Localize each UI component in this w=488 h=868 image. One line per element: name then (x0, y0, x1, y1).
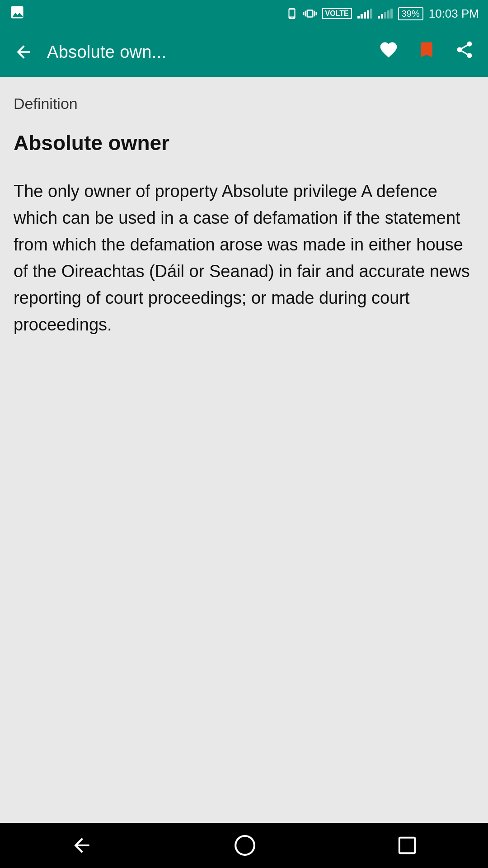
volte-badge: VOLTE (322, 8, 352, 19)
vibrate-icon (303, 7, 317, 20)
bottom-nav (0, 823, 488, 868)
section-label: Definition (14, 95, 474, 113)
term-title: Absolute owner (14, 131, 474, 156)
nav-home-button[interactable] (234, 834, 256, 857)
status-bar: VOLTE 39% 10:03 PM (0, 0, 488, 27)
toolbar-actions (379, 40, 474, 64)
nav-recents-button[interactable] (397, 835, 418, 856)
status-time: 10:03 PM (429, 7, 479, 21)
battery-indicator: 39% (398, 7, 423, 20)
toolbar-title: Absolute own... (47, 42, 365, 62)
signal-bars-2 (378, 9, 393, 19)
back-button[interactable] (14, 42, 33, 62)
bookmark-button[interactable] (417, 40, 436, 64)
svg-rect-1 (399, 838, 415, 854)
definition-text: The only owner of property Absolute priv… (14, 178, 474, 338)
status-bar-left (9, 4, 25, 24)
phone-icon (286, 8, 298, 19)
battery-percent: 39% (402, 9, 420, 19)
main-content: Definition Absolute owner The only owner… (0, 77, 488, 823)
svg-point-0 (235, 836, 254, 855)
favorite-button[interactable] (379, 40, 399, 64)
signal-bars-1 (357, 9, 372, 19)
nav-back-button[interactable] (70, 834, 93, 857)
app-toolbar: Absolute own... (0, 27, 488, 77)
status-bar-right: VOLTE 39% 10:03 PM (286, 7, 479, 21)
photo-icon (9, 4, 25, 24)
share-button[interactable] (455, 40, 474, 64)
